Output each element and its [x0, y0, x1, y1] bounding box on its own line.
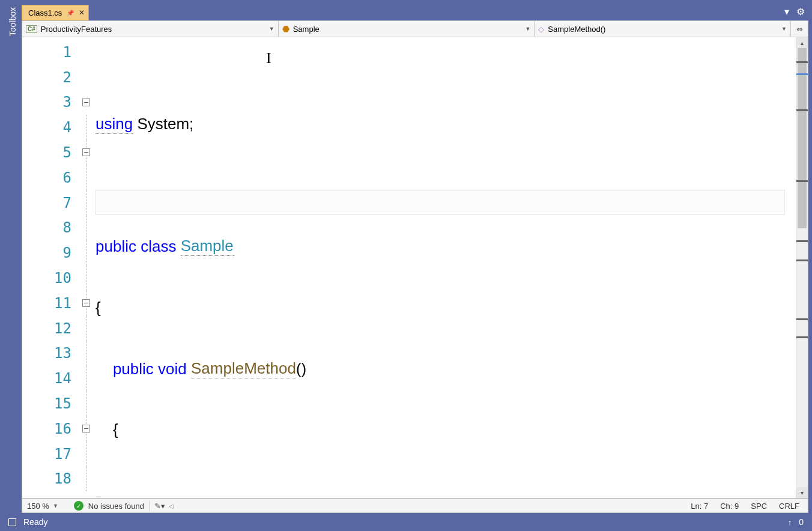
check-circle-icon: ✓	[74, 501, 83, 511]
nav-project-dropdown[interactable]: C# ProductivityFeatures ▼	[22, 21, 279, 37]
line-number: 6	[22, 165, 80, 190]
line-number: 5	[22, 140, 80, 165]
app-status-bar: Ready ↑ 0	[0, 513, 812, 531]
code-area[interactable]: I using System; public class Sample { pu…	[95, 37, 796, 498]
line-number: 18	[22, 467, 80, 492]
tab-filename: Class1.cs	[28, 8, 62, 17]
csharp-badge-icon: C#	[26, 25, 37, 33]
line-number: 14	[22, 366, 80, 391]
outlining-margin[interactable]	[80, 37, 95, 498]
toolbox-panel-collapsed[interactable]: Toolbox	[4, 4, 22, 513]
editor-status-bar: 150 % ▼ ✓ No issues found ✎▾ ◁ Ln: 7 Ch:…	[22, 499, 808, 513]
fold-toggle[interactable]	[82, 99, 90, 106]
scroll-down-icon[interactable]: ▾	[796, 487, 808, 498]
line-number: 10	[22, 266, 80, 291]
text-caret: I	[266, 49, 271, 67]
line-number: 3	[22, 90, 80, 115]
fold-toggle[interactable]	[82, 299, 90, 307]
line-number-margin: 1 2 3 4 5 6 7 8 9 10 11 12 13 14 15 16 1…	[22, 37, 80, 498]
line-number: 9	[22, 240, 80, 266]
nav-left-icon[interactable]: ◁	[169, 503, 174, 509]
line-number: 12	[22, 316, 80, 341]
fold-toggle[interactable]	[82, 425, 90, 432]
scroll-thumb[interactable]	[798, 48, 807, 228]
zoom-dropdown[interactable]: 150 % ▼	[22, 502, 59, 511]
upload-icon[interactable]: ↑	[788, 518, 792, 527]
line-number: 2	[22, 65, 80, 90]
line-number: 8	[22, 216, 80, 241]
spaces-indicator[interactable]: SPC	[751, 502, 767, 511]
nav-member-label: SampleMethod()	[548, 25, 605, 34]
chevron-down-icon: ▼	[525, 26, 530, 32]
close-icon[interactable]: ✕	[79, 8, 85, 17]
document-tab-row: Class1.cs 📌 ✕ ▾ ⚙	[22, 4, 808, 20]
nav-class-dropdown[interactable]: ⬣ Sample ▼	[279, 21, 535, 37]
line-number: 11	[22, 291, 80, 316]
nav-member-dropdown[interactable]: ◇ SampleMethod() ▼	[535, 21, 791, 37]
method-icon: ◇	[538, 25, 544, 34]
document-tab-class1[interactable]: Class1.cs 📌 ✕	[22, 5, 89, 20]
line-indicator[interactable]: Ln: 7	[691, 502, 708, 511]
vertical-scrollbar[interactable]: ▴ ▾	[796, 37, 808, 498]
line-number: 1	[22, 40, 80, 65]
status-ready: Ready	[23, 517, 47, 527]
line-ending-indicator[interactable]: CRLF	[779, 502, 799, 511]
column-indicator[interactable]: Ch: 9	[720, 502, 739, 511]
pin-icon[interactable]: 📌	[67, 10, 74, 16]
nav-project-label: ProductivityFeatures	[41, 25, 112, 34]
window-chevron-down-icon[interactable]: ▾	[784, 6, 789, 17]
chevron-down-icon: ▼	[269, 26, 274, 32]
whitespace-dots: ····	[95, 491, 100, 499]
nav-class-label: Sample	[293, 25, 320, 34]
chevron-down-icon: ▼	[53, 503, 58, 509]
class-icon: ⬣	[282, 24, 289, 34]
chevron-down-icon: ▼	[781, 26, 787, 32]
line-number: 16	[22, 416, 80, 441]
issues-text: No issues found	[88, 502, 144, 511]
line-number: 17	[22, 441, 80, 467]
code-editor[interactable]: 1 2 3 4 5 6 7 8 9 10 11 12 13 14 15 16 1…	[22, 37, 808, 499]
split-window-button[interactable]: ⇔	[791, 21, 808, 37]
scroll-up-icon[interactable]: ▴	[796, 37, 808, 48]
line-number: 15	[22, 391, 80, 416]
line-number: 13	[22, 341, 80, 366]
status-square-icon	[8, 518, 16, 526]
error-status[interactable]: ✓ No issues found	[74, 501, 144, 511]
brush-icon[interactable]: ✎▾	[154, 502, 165, 511]
gear-icon[interactable]: ⚙	[796, 6, 805, 17]
line-number: 4	[22, 115, 80, 140]
line-number: 7	[22, 190, 80, 216]
fold-toggle[interactable]	[82, 148, 90, 156]
status-tail: 0	[799, 517, 804, 527]
split-icon: ⇔	[796, 25, 803, 34]
zoom-value: 150 %	[27, 502, 49, 511]
navigation-bar: C# ProductivityFeatures ▼ ⬣ Sample ▼ ◇ S…	[22, 20, 808, 37]
toolbox-label: Toolbox	[8, 7, 17, 36]
